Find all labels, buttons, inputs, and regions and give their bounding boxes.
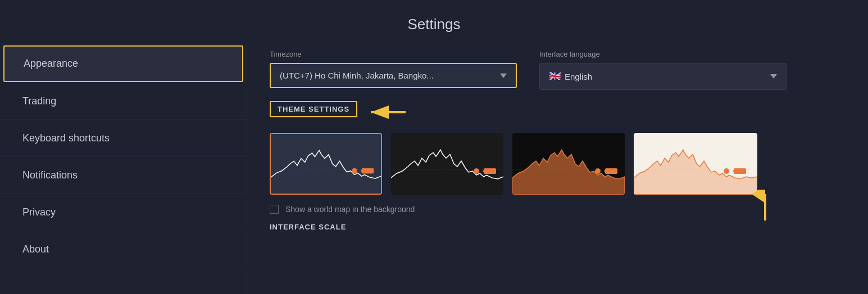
language-group: Interface language 🇬🇧 English [539, 50, 787, 90]
chevron-down-icon [500, 74, 507, 78]
sidebar-item-keyboard-shortcuts[interactable]: Keyboard shortcuts [0, 120, 247, 157]
svg-rect-10 [484, 168, 496, 174]
svg-point-4 [352, 168, 357, 174]
arrow-annotation [366, 102, 411, 125]
svg-rect-5 [362, 168, 374, 174]
language-label: Interface language [539, 50, 787, 58]
theme-card-black-orange[interactable] [512, 133, 625, 195]
svg-point-21 [724, 168, 729, 174]
sidebar: Appearance Trading Keyboard shortcuts No… [0, 44, 247, 294]
language-select[interactable]: 🇬🇧 English [539, 63, 787, 90]
theme-settings-label: THEME SETTINGS [270, 101, 357, 117]
sidebar-item-notifications[interactable]: Notifications [0, 157, 247, 194]
theme-card-dark-orange[interactable] [270, 133, 382, 195]
svg-rect-22 [734, 168, 746, 174]
themes-row [270, 133, 846, 195]
sidebar-item-appearance[interactable]: Appearance [3, 45, 243, 82]
settings-content: Timezone (UTC+7) Ho Chi Minh, Jakarta, B… [247, 44, 868, 294]
world-map-label: Show a world map in the background [285, 205, 415, 214]
up-arrow-annotation [751, 190, 779, 226]
sidebar-item-trading[interactable]: Trading [0, 83, 247, 120]
timezone-select[interactable]: (UTC+7) Ho Chi Minh, Jakarta, Bangko... [270, 63, 517, 88]
svg-rect-7 [391, 133, 503, 195]
chevron-down-icon [770, 74, 777, 79]
svg-rect-2 [271, 134, 381, 194]
timezone-group: Timezone (UTC+7) Ho Chi Minh, Jakarta, B… [270, 50, 517, 90]
uk-flag-icon: 🇬🇧 [549, 70, 561, 82]
timezone-label: Timezone [270, 50, 517, 58]
svg-rect-16 [605, 168, 617, 174]
page-title: Settings [0, 0, 868, 44]
sidebar-item-privacy[interactable]: Privacy [0, 194, 247, 231]
theme-card-dark-minimal[interactable] [391, 133, 503, 195]
svg-point-9 [474, 168, 479, 174]
theme-card-light[interactable] [634, 133, 757, 195]
world-map-checkbox[interactable] [270, 205, 279, 214]
sidebar-item-about[interactable]: About [0, 231, 247, 268]
svg-point-15 [595, 168, 601, 174]
